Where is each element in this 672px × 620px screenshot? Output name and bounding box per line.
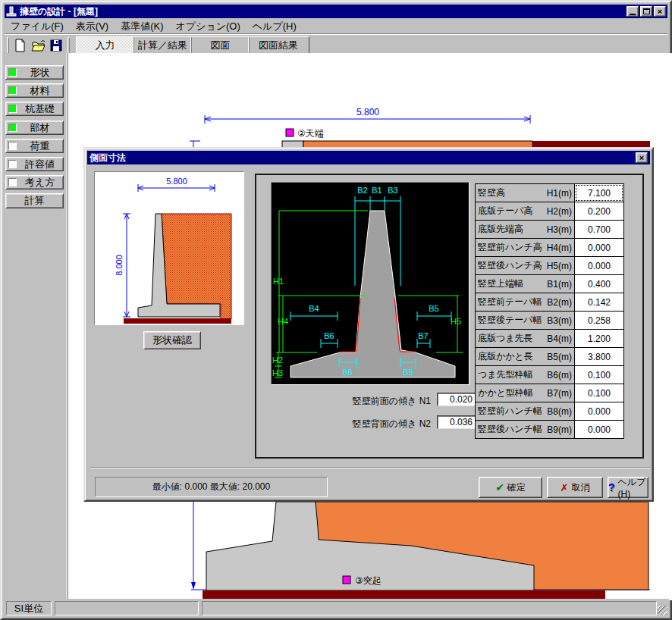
table-row: 竪壁高H1(m)7.100 — [475, 183, 625, 202]
app-icon — [6, 6, 17, 17]
param-name-cell: 竪壁高H1(m) — [475, 183, 575, 202]
table-row: 竪壁前ハンチ高H4(m)0.000 — [475, 238, 625, 257]
param-value-cell[interactable]: 0.000 — [574, 238, 624, 257]
tab-drawing-results[interactable]: 図面結果 — [250, 37, 307, 54]
side-dimensions-dialog: 側面寸法 × — [83, 147, 654, 502]
question-icon: ? — [608, 481, 615, 493]
param-value-cell[interactable]: 0.700 — [574, 220, 624, 239]
checkbox-on-icon — [8, 86, 17, 95]
parameter-table: 竪壁高H1(m)7.100 底版テーパ高H2(m)0.200 底版先端高H3(m… — [475, 183, 625, 439]
close-icon: × — [639, 153, 644, 162]
param-value-cell[interactable]: 0.100 — [574, 384, 624, 402]
schematic-svg: B2 B1 B3 — [272, 183, 469, 384]
dialog-separator — [89, 467, 651, 468]
front-slope-label: 竪壁前面の傾き N1 — [302, 395, 431, 408]
spur-label: ③突起 — [355, 575, 382, 586]
label-b9: B9 — [403, 368, 413, 377]
tab-calc-results[interactable]: 計算／結果 — [134, 37, 192, 54]
sidebar-item-approach[interactable]: 考え方 — [5, 175, 64, 189]
table-row: 底版かかと長B5(m)3.800 — [475, 347, 625, 366]
sidebar-item-shape[interactable]: 形状 — [5, 65, 64, 80]
cancel-button[interactable]: ✗取消 — [547, 477, 603, 498]
check-icon: ✔ — [495, 481, 504, 493]
sidebar-item-members[interactable]: 部材 — [5, 121, 64, 135]
shape-confirm-button[interactable]: 形状確認 — [143, 331, 201, 349]
param-value-cell[interactable]: 1.200 — [574, 329, 624, 348]
dialog-close-button[interactable]: × — [636, 152, 648, 163]
param-name-cell: かかと型枠幅B7(m) — [475, 384, 575, 402]
window-title: 擁壁の設計 - [無題] — [20, 5, 626, 18]
dialog-title: 側面寸法 — [89, 152, 636, 164]
close-button[interactable]: × — [654, 6, 666, 17]
table-row: 竪壁後テーパ幅B3(m)0.258 — [475, 311, 625, 330]
param-name-cell: つま先型枠幅B6(m) — [475, 365, 575, 384]
checkbox-on-icon — [8, 124, 17, 132]
table-row: つま先型枠幅B6(m)0.100 — [475, 365, 625, 384]
checkbox-off-icon — [8, 142, 17, 150]
preview-height-label: 8.000 — [115, 255, 124, 276]
param-value-cell[interactable]: 0.200 — [574, 202, 624, 221]
checkbox-on-icon — [8, 105, 17, 113]
param-name-cell: 竪壁後ハンチ高H5(m) — [475, 256, 575, 275]
param-value-cell[interactable]: 0.000 — [574, 420, 624, 439]
param-value-cell[interactable]: 0.142 — [574, 293, 624, 312]
table-row: 竪壁上端幅B1(m)0.400 — [475, 274, 625, 293]
dimension-panel: B2 B1 B3 — [255, 174, 644, 459]
minimize-button[interactable] — [626, 6, 639, 17]
toolbar-grip-2[interactable] — [68, 37, 70, 54]
param-value-cell[interactable]: 3.800 — [574, 347, 624, 366]
sidebar-item-allowable-values[interactable]: 許容値 — [5, 157, 64, 171]
param-value-cell[interactable]: 0.258 — [574, 311, 624, 330]
param-value-cell[interactable]: 0.100 — [574, 365, 624, 384]
label-h1: H1 — [273, 277, 284, 286]
param-value-cell[interactable]: 0.400 — [574, 274, 624, 293]
param-name-cell: 竪壁前テーパ幅B2(m) — [475, 293, 575, 312]
menu-file[interactable]: ファイル(F) — [5, 18, 70, 35]
param-name-cell: 底版かかと長B5(m) — [475, 347, 575, 366]
param-name-cell: 竪壁上端幅B1(m) — [475, 274, 575, 293]
resize-grip[interactable] — [658, 606, 667, 615]
param-value-cell[interactable]: 0.000 — [574, 256, 624, 275]
new-file-button[interactable] — [11, 37, 29, 54]
sidebar-item-pile-foundation[interactable]: 杭基礎 — [5, 102, 64, 116]
label-h2: H2 — [272, 355, 283, 365]
main-area: 形状 材料 杭基礎 部材 荷重 許容値 考え方 計算 — [3, 53, 672, 600]
dialog-title-bar: 側面寸法 × — [87, 151, 650, 164]
ok-button[interactable]: ✔確定 — [479, 477, 542, 498]
param-value-cell[interactable]: 0.000 — [574, 402, 624, 421]
back-slope-label: 竪壁背面の傾き N2 — [302, 418, 431, 431]
sidebar-item-material[interactable]: 材料 — [5, 83, 64, 98]
marker-top-edge — [286, 129, 294, 136]
open-file-button[interactable] — [29, 37, 47, 54]
sidebar-item-loads[interactable]: 荷重 — [5, 139, 64, 153]
tab-input[interactable]: 入力 — [77, 37, 134, 54]
table-row: かかと型枠幅B7(m)0.100 — [475, 384, 625, 402]
calculate-button[interactable]: 計算 — [5, 193, 64, 208]
label-h4: H4 — [278, 317, 288, 326]
checkbox-off-icon — [8, 160, 17, 168]
maximize-button[interactable] — [640, 6, 652, 17]
view-tabstrip: 入力 計算／結果 図面 図面結果 — [76, 36, 309, 55]
param-value-cell[interactable]: 7.100 — [574, 183, 624, 202]
help-button[interactable]: ?ヘルプ(H) — [608, 477, 648, 498]
label-b1: B1 — [372, 186, 382, 195]
schematic-diagram: B2 B1 B3 — [271, 182, 469, 385]
table-row: 竪壁後ハンチ幅B9(m)0.000 — [475, 420, 625, 439]
table-row: 底版先端高H3(m)0.700 — [475, 220, 625, 239]
label-b8: B8 — [342, 368, 352, 377]
menu-standard-values[interactable]: 基準値(K) — [115, 18, 169, 35]
menu-help[interactable]: ヘルプ(H) — [247, 18, 303, 35]
menu-options[interactable]: オプション(O) — [170, 18, 247, 35]
toolbar-grip[interactable] — [7, 37, 9, 54]
preview-backfill — [162, 214, 231, 319]
table-row: 底版つま先長B4(m)1.200 — [475, 329, 625, 348]
save-file-button[interactable] — [47, 37, 65, 54]
label-b7: B7 — [418, 331, 428, 340]
status-unit: SI単位 — [6, 601, 52, 615]
tab-drawing[interactable]: 図面 — [192, 37, 250, 54]
menu-view[interactable]: 表示(V) — [70, 18, 115, 35]
dim-width-label: 5.800 — [356, 107, 379, 117]
label-b4: B4 — [309, 304, 319, 313]
title-bar: 擁壁の設計 - [無題] × — [5, 5, 667, 18]
table-row: 竪壁前テーパ幅B2(m)0.142 — [475, 293, 625, 312]
